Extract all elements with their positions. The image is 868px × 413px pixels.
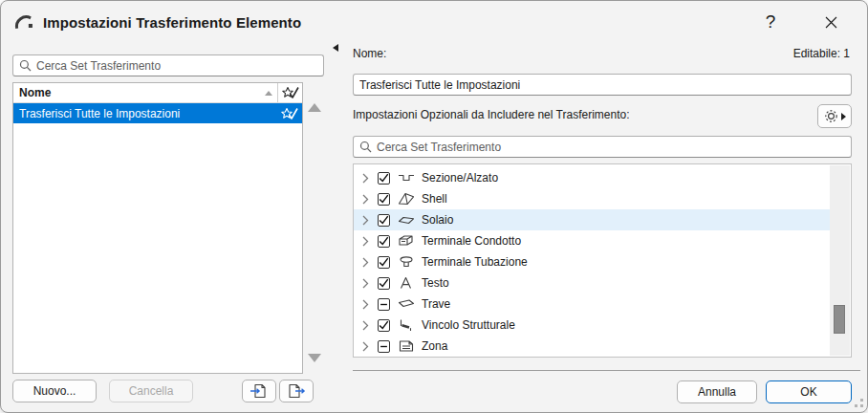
- row-checkbox[interactable]: [378, 277, 390, 290]
- tree-scrollbar-thumb[interactable]: [834, 305, 845, 334]
- app-icon: [13, 11, 34, 33]
- optional-settings-tree: Sezione/Alzato Shell: [353, 163, 852, 358]
- chevron-right-icon[interactable]: [362, 299, 369, 310]
- text-icon: [398, 276, 415, 290]
- optional-settings-search[interactable]: [353, 136, 852, 158]
- beam-icon: [398, 297, 415, 311]
- chevron-right-icon[interactable]: [362, 341, 369, 352]
- tree-scrollbar[interactable]: [830, 165, 850, 356]
- row-checkbox[interactable]: [378, 214, 390, 227]
- element-transfer-settings-dialog: Impostazioni Trasferimento Elemento ? No…: [0, 0, 868, 413]
- tree-row[interactable]: Solaio: [354, 209, 830, 230]
- tree-row[interactable]: Trave: [354, 293, 830, 315]
- tree-row-label: Testo: [422, 276, 449, 290]
- chevron-right-icon[interactable]: [362, 320, 369, 331]
- row-checkbox[interactable]: [378, 172, 390, 185]
- chevron-right-icon[interactable]: [362, 236, 369, 247]
- chevron-right-icon[interactable]: [362, 194, 369, 205]
- row-checkbox[interactable]: [378, 193, 390, 206]
- row-checkbox[interactable]: [378, 340, 390, 353]
- tree-row-label: Zona: [422, 339, 447, 353]
- tree-row[interactable]: Zona: [354, 336, 830, 356]
- duct-terminal-icon: [398, 234, 415, 248]
- dialog-title: Impostazioni Trasferimento Elemento: [43, 11, 301, 34]
- row-checkbox[interactable]: [378, 319, 390, 332]
- structural-restraint-icon: [398, 318, 415, 332]
- row-checkbox[interactable]: [378, 235, 390, 248]
- tree-row-label: Vincolo Strutturale: [422, 318, 515, 332]
- new-button[interactable]: Nuovo...: [12, 380, 97, 402]
- star-check-icon[interactable]: [277, 107, 302, 120]
- row-checkbox[interactable]: [378, 256, 390, 269]
- zone-icon: [398, 339, 415, 353]
- scroll-down-icon[interactable]: [308, 354, 321, 362]
- delete-button: Cancella: [109, 380, 193, 402]
- tree-row-label: Shell: [422, 192, 447, 206]
- ok-button[interactable]: OK: [766, 380, 852, 403]
- tree-row[interactable]: Testo: [354, 272, 830, 293]
- transfer-set-list: Nome Trasferisci Tutte le Impostazioni: [12, 82, 303, 374]
- optional-settings-label: Impostazioni Opzionali da Includere nel …: [353, 108, 629, 121]
- gear-icon: [823, 108, 839, 124]
- close-icon[interactable]: [816, 9, 845, 35]
- footer-divider: [353, 370, 860, 371]
- name-label: Nome:: [353, 47, 386, 60]
- settings-menu-button[interactable]: [817, 104, 852, 128]
- chevron-right-icon[interactable]: [362, 278, 369, 289]
- chevron-right-icon[interactable]: [362, 257, 369, 268]
- sort-ascending-icon: [265, 91, 272, 96]
- tree-row[interactable]: Terminale Condotto: [354, 230, 830, 251]
- favorite-column-header[interactable]: [277, 83, 302, 102]
- tree-row-label: Terminale Condotto: [422, 234, 521, 248]
- tree-row-label: Trave: [422, 297, 450, 311]
- tree-row[interactable]: Sezione/Alzato: [354, 167, 830, 188]
- section-elevation-icon: [398, 171, 415, 185]
- tree-row[interactable]: Vincolo Strutturale: [354, 315, 830, 336]
- transfer-set-search[interactable]: [12, 54, 324, 76]
- menu-arrow-icon: [841, 113, 846, 120]
- row-checkbox[interactable]: [378, 298, 390, 311]
- chevron-right-icon[interactable]: [362, 215, 369, 226]
- search-icon: [19, 59, 32, 72]
- tree-row[interactable]: Terminale Tubazione: [354, 251, 830, 272]
- help-button[interactable]: ?: [757, 9, 784, 35]
- name-column-header[interactable]: Nome: [13, 86, 265, 99]
- list-item-label: Trasferisci Tutte le Impostazioni: [13, 107, 277, 120]
- editable-count-label: Editabile: 1: [793, 47, 850, 60]
- transfer-set-list-item[interactable]: Trasferisci Tutte le Impostazioni: [13, 103, 302, 123]
- list-header[interactable]: Nome: [13, 83, 302, 103]
- shell-icon: [398, 192, 415, 206]
- chevron-right-icon[interactable]: [362, 173, 369, 184]
- pipe-terminal-icon: [398, 255, 415, 269]
- tree-row-label: Sezione/Alzato: [422, 171, 498, 185]
- optional-settings-search-input[interactable]: [377, 141, 845, 154]
- slab-icon: [398, 213, 415, 227]
- tree-row-label: Terminale Tubazione: [422, 255, 528, 269]
- cancel-button[interactable]: Annulla: [677, 380, 757, 403]
- export-set-icon[interactable]: [279, 380, 314, 402]
- tree-row[interactable]: Shell: [354, 188, 830, 209]
- set-name-input[interactable]: [359, 78, 845, 92]
- transfer-set-search-input[interactable]: [36, 59, 317, 73]
- import-set-icon[interactable]: [242, 380, 276, 402]
- panel-collapse-icon[interactable]: [333, 44, 338, 52]
- search-icon: [359, 141, 372, 153]
- tree-row-label: Solaio: [422, 213, 453, 227]
- set-name-field[interactable]: [353, 74, 852, 96]
- scroll-up-icon[interactable]: [308, 103, 321, 112]
